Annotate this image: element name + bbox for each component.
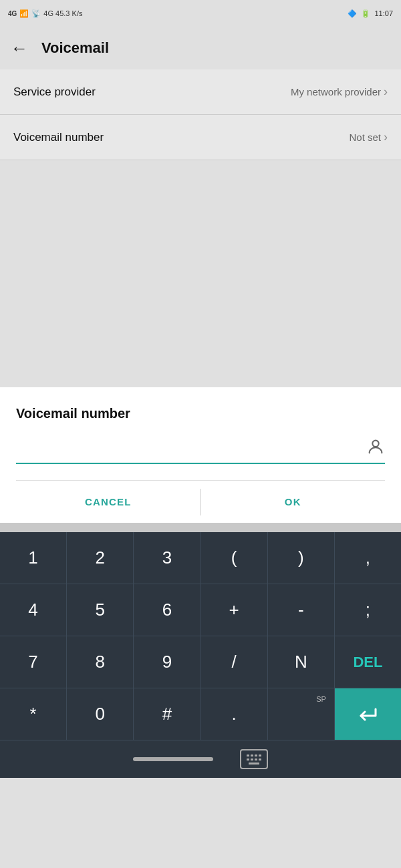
key-slash[interactable]: /: [201, 636, 268, 688]
chevron-icon-2: ›: [384, 130, 388, 144]
key-open-paren[interactable]: (: [201, 532, 268, 584]
key-0[interactable]: 0: [67, 688, 134, 740]
keyboard-row-1: 1 2 3 ( ) ,: [0, 532, 401, 584]
battery-icon: 🔋: [361, 9, 370, 18]
keyboard-separator: [0, 523, 401, 532]
keyboard-row-3: 7 8 9 / N DEL: [0, 636, 401, 688]
sp-label: SP: [316, 695, 326, 703]
home-pill[interactable]: [133, 757, 213, 761]
key-sp[interactable]: SP: [268, 688, 335, 740]
service-provider-label: Service provider: [13, 85, 96, 99]
ok-button[interactable]: OK: [201, 481, 386, 523]
dialog-title: Voicemail number: [16, 406, 385, 421]
key-1[interactable]: 1: [0, 532, 67, 584]
key-star[interactable]: *: [0, 688, 67, 740]
keyboard: 1 2 3 ( ) , 4 5 6 + - ; 7 8 9 / N DEL * …: [0, 532, 401, 740]
svg-rect-4: [259, 754, 261, 756]
key-minus[interactable]: -: [268, 584, 335, 636]
status-left: 4G 📶 📡 4G 45.3 K/s: [8, 9, 82, 18]
svg-rect-3: [255, 754, 257, 756]
key-8[interactable]: 8: [67, 636, 134, 688]
keyboard-row-2: 4 5 6 + - ;: [0, 584, 401, 636]
background-spacer: [0, 160, 401, 387]
key-comma[interactable]: ,: [335, 532, 401, 584]
svg-rect-6: [251, 758, 253, 761]
voicemail-number-label: Voicemail number: [13, 131, 104, 144]
voicemail-number-value: Not set ›: [349, 130, 388, 144]
key-6[interactable]: 6: [134, 584, 200, 636]
voicemail-number-item[interactable]: Voicemail number Not set ›: [0, 115, 401, 160]
key-n[interactable]: N: [268, 636, 335, 688]
keyboard-row-4: * 0 # . SP: [0, 688, 401, 740]
svg-rect-7: [255, 758, 257, 761]
wifi-icon: 📡: [31, 9, 41, 18]
key-period[interactable]: .: [201, 688, 268, 740]
key-enter[interactable]: [335, 688, 401, 740]
service-provider-value: My network provider ›: [291, 85, 388, 99]
settings-list: Service provider My network provider › V…: [0, 69, 401, 160]
svg-rect-5: [247, 758, 249, 761]
speed-indicator: 4G 45.3 K/s: [43, 9, 82, 17]
key-close-paren[interactable]: ): [268, 532, 335, 584]
voicemail-number-dialog: Voicemail number CANCEL OK: [0, 387, 401, 523]
time-display: 11:07: [374, 9, 393, 17]
key-semicolon[interactable]: ;: [335, 584, 401, 636]
chevron-icon: ›: [384, 85, 388, 99]
svg-rect-9: [249, 763, 259, 765]
key-4[interactable]: 4: [0, 584, 67, 636]
key-3[interactable]: 3: [134, 532, 200, 584]
voicemail-number-input[interactable]: [16, 439, 361, 459]
cancel-button[interactable]: CANCEL: [16, 481, 200, 523]
bluetooth-icon: 🔷: [348, 9, 357, 18]
key-hash[interactable]: #: [134, 688, 200, 740]
svg-rect-2: [251, 754, 253, 756]
svg-point-0: [372, 441, 378, 447]
key-5[interactable]: 5: [67, 584, 134, 636]
key-del[interactable]: DEL: [335, 636, 401, 688]
header: ← Voicemail: [0, 27, 401, 69]
page-title: Voicemail: [41, 39, 109, 57]
signal-icon: 📶: [19, 9, 29, 18]
service-provider-item[interactable]: Service provider My network provider ›: [0, 69, 401, 115]
key-2[interactable]: 2: [67, 532, 134, 584]
contact-icon[interactable]: [366, 437, 385, 460]
svg-rect-1: [247, 754, 249, 756]
key-9[interactable]: 9: [134, 636, 200, 688]
network-indicator: 4G: [8, 10, 17, 17]
key-plus[interactable]: +: [201, 584, 268, 636]
keyboard-switcher-icon[interactable]: [240, 749, 268, 769]
svg-rect-8: [259, 758, 261, 761]
status-right: 🔷 🔋 11:07: [348, 9, 393, 18]
status-bar: 4G 📶 📡 4G 45.3 K/s 🔷 🔋 11:07: [0, 0, 401, 27]
nav-bar: [0, 740, 401, 778]
dialog-input-row: [16, 437, 385, 464]
key-7[interactable]: 7: [0, 636, 67, 688]
dialog-buttons: CANCEL OK: [16, 480, 385, 523]
back-button[interactable]: ←: [11, 39, 28, 57]
